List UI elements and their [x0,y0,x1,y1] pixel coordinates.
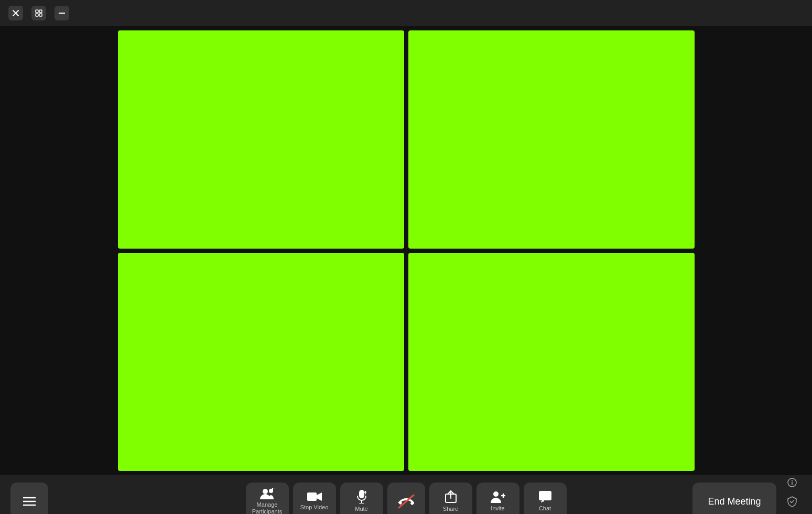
mute-label: Mute [355,506,367,512]
video-cell-1 [118,30,404,249]
side-icons [783,475,802,514]
mic-icon [357,490,366,504]
manage-participants-label: Manage Participants [246,501,289,514]
invite-label: Invite [491,505,504,512]
toolbar-center: Manage Participants Stop Video [246,483,567,514]
video-icon [307,491,322,502]
share-icon [445,490,457,504]
chat-icon [538,490,552,503]
mute-button[interactable]: Mute [340,483,383,514]
video-cell-2 [408,30,695,249]
invite-button[interactable]: Invite [477,483,519,514]
participants-icon [260,488,275,499]
video-area [0,26,812,475]
svg-point-29 [792,480,793,481]
invite-icon [491,490,505,503]
layout-button[interactable] [31,6,46,20]
title-bar [0,0,812,26]
share-label: Share [443,506,458,512]
info-button[interactable] [783,475,802,490]
video-cell-3 [118,253,404,471]
svg-point-10 [263,489,268,494]
svg-rect-2 [36,10,38,13]
svg-rect-5 [39,14,42,16]
svg-rect-26 [539,491,551,500]
minimize-button[interactable] [55,6,69,20]
stop-video-label: Stop Video [300,504,329,511]
close-button[interactable] [8,6,23,20]
svg-rect-3 [39,10,42,13]
svg-rect-14 [307,492,317,501]
svg-rect-17 [359,490,364,498]
svg-point-16 [317,491,319,494]
stop-video-button[interactable]: Stop Video [293,483,336,514]
svg-point-23 [493,491,499,497]
video-cell-4 [408,253,695,471]
video-grid [118,30,695,471]
chat-button[interactable]: Chat [524,483,567,514]
manage-participants-button[interactable]: Manage Participants [246,483,289,514]
toolbar: Manage Participants Stop Video [0,475,812,514]
toolbar-left [10,483,48,514]
end-call-button[interactable] [387,483,425,514]
share-button[interactable]: Share [429,483,472,514]
security-button[interactable] [783,494,802,509]
chat-label: Chat [539,505,551,512]
toolbar-right: End Meeting [692,475,802,514]
svg-rect-4 [36,14,38,16]
end-meeting-button[interactable]: End Meeting [692,483,776,514]
menu-button[interactable] [10,483,48,514]
